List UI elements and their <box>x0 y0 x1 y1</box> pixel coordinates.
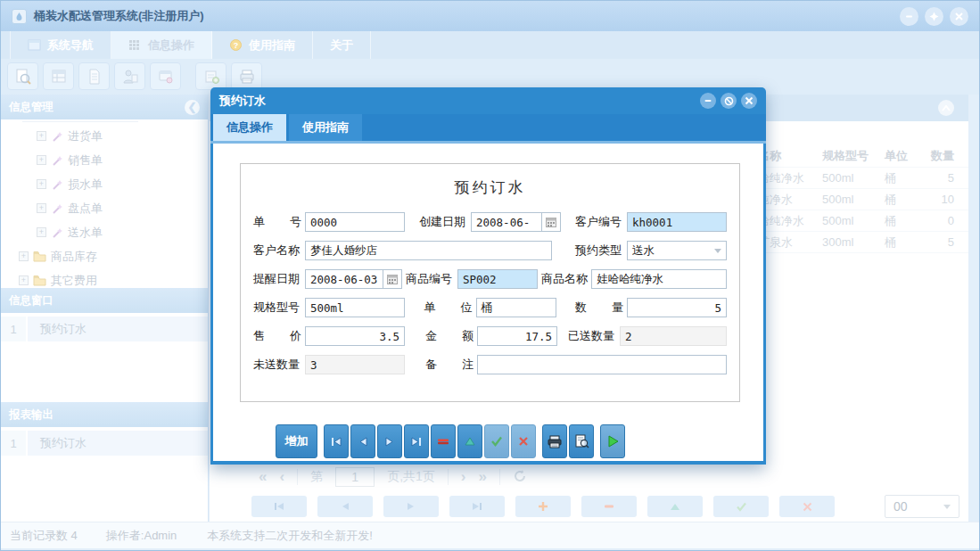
app-logo-icon <box>12 9 27 24</box>
dialog-tabbar: 信息操作 使用指南 <box>210 114 766 141</box>
reserve-type-combo[interactable]: 送水 <box>627 241 727 260</box>
dialog-title: 预约订水 <box>219 93 266 109</box>
delete-button[interactable] <box>431 424 456 458</box>
minimize-icon[interactable] <box>900 7 918 26</box>
delivered-field: 2 <box>620 326 727 346</box>
created-date-field[interactable]: 2008-06- <box>471 212 542 232</box>
product-no-field[interactable]: SP002 <box>457 269 538 289</box>
remark-field[interactable] <box>477 355 727 374</box>
dialog-titlebar[interactable]: 预约订水 <box>210 87 766 114</box>
product-name-label: 商品名称 <box>541 271 591 287</box>
nav-prev-button[interactable] <box>350 424 375 458</box>
undelivered-label: 未送数量 <box>253 357 305 373</box>
customer-no-field[interactable]: kh0001 <box>627 212 727 232</box>
add-button[interactable]: 增加 <box>276 424 317 458</box>
customer-name-label: 客户名称 <box>253 243 305 259</box>
reserve-type-label: 预约类型 <box>575 243 627 259</box>
spec-label: 规格型号 <box>253 300 305 316</box>
dialog-button-bar: 增加 <box>213 424 763 458</box>
unit-label: 单位 <box>424 300 476 316</box>
edit-button[interactable] <box>457 424 482 458</box>
print-preview-button[interactable] <box>569 424 594 458</box>
nav-next-button[interactable] <box>377 424 402 458</box>
created-date-label: 创建日期 <box>419 214 471 230</box>
remind-date-label: 提醒日期 <box>253 271 305 287</box>
calendar-icon[interactable] <box>542 212 561 232</box>
print-button[interactable] <box>542 424 567 458</box>
dialog-tab-user-guide[interactable]: 使用指南 <box>289 114 362 141</box>
amount-field[interactable]: 17.5 <box>477 326 557 346</box>
order-no-label: 单号 <box>253 214 305 230</box>
form-heading: 预约订水 <box>253 177 727 198</box>
dialog-tab-info-operation[interactable]: 信息操作 <box>213 114 286 141</box>
remark-label: 备注 <box>425 357 477 373</box>
quantity-label: 数量 <box>575 300 627 316</box>
product-name-field[interactable]: 娃哈哈纯净水 <box>591 269 727 289</box>
order-no-field[interactable]: 0000 <box>305 212 405 232</box>
run-button[interactable] <box>600 424 625 458</box>
cancel-button[interactable] <box>511 424 536 458</box>
dialog-minimize-icon[interactable] <box>700 93 716 109</box>
chevron-down-icon <box>714 249 721 253</box>
app-title: 桶装水配送管理系统(非注册用户) <box>34 8 204 24</box>
form-box: 预约订水 单号 0000 创建日期 2008-06- 客户编号 kh0001 <box>240 163 740 402</box>
spec-field[interactable]: 500ml <box>305 298 405 317</box>
amount-label: 金额 <box>425 328 477 344</box>
product-no-label: 商品编号 <box>406 271 457 287</box>
maximize-icon[interactable] <box>925 7 943 26</box>
app-titlebar[interactable]: 桶装水配送管理系统(非注册用户) <box>1 1 979 31</box>
nav-last-button[interactable] <box>404 424 429 458</box>
close-icon[interactable] <box>950 7 968 26</box>
price-label: 售价 <box>253 328 305 344</box>
calendar-icon[interactable] <box>383 269 402 289</box>
dialog-restore-icon[interactable] <box>721 93 737 109</box>
app-window: 桶装水配送管理系统(非注册用户) 系统导航 信息操作 ? 使用指南 关于 <box>0 0 980 551</box>
quantity-field[interactable]: 5 <box>627 298 727 317</box>
nav-first-button[interactable] <box>324 424 349 458</box>
reserve-water-dialog: 预约订水 信息操作 使用指南 预约订水 单号 0000 创建日期 <box>210 87 766 465</box>
delivered-label: 已送数量 <box>568 328 620 344</box>
remind-date-field[interactable]: 2008-06-03 <box>305 269 383 289</box>
customer-no-label: 客户编号 <box>575 214 627 230</box>
customer-name-field[interactable]: 梦佳人婚纱店 <box>305 241 552 260</box>
price-field[interactable]: 3.5 <box>305 326 405 346</box>
undelivered-field: 3 <box>305 355 405 374</box>
dialog-close-icon[interactable] <box>741 93 757 109</box>
dialog-body: 预约订水 单号 0000 创建日期 2008-06- 客户编号 kh0001 <box>213 144 763 461</box>
unit-field[interactable]: 桶 <box>476 298 556 317</box>
save-button[interactable] <box>484 424 509 458</box>
